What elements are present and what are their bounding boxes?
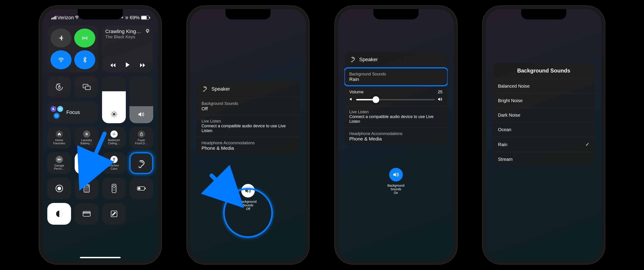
- connectivity-tile[interactable]: [47, 25, 98, 73]
- svg-rect-41: [83, 211, 90, 216]
- play-button[interactable]: [125, 62, 130, 69]
- sound-option-bright[interactable]: Bright Noise: [492, 93, 595, 108]
- svg-point-10: [113, 113, 116, 116]
- live-listen-row[interactable]: Live Listen Connect a compatible audio d…: [344, 106, 448, 128]
- live-listen-row[interactable]: Live Listen Connect a compatible audio d…: [196, 115, 300, 137]
- home-indicator[interactable]: [80, 257, 120, 258]
- notch: [226, 9, 271, 20]
- next-track-button[interactable]: [140, 62, 146, 69]
- low-power-mode-button[interactable]: [130, 178, 153, 199]
- svg-rect-14: [140, 134, 142, 136]
- svg-point-34: [114, 189, 115, 190]
- brightness-slider[interactable]: [102, 76, 126, 123]
- focus-button[interactable]: Focus: [47, 102, 98, 123]
- home-garage-tile[interactable]: GaragePerch…: [47, 152, 71, 174]
- screen: Speaker Background Sounds Off Live Liste…: [190, 9, 306, 261]
- svg-rect-7: [58, 87, 60, 88]
- ear-icon: [350, 56, 356, 63]
- screen: Background Sounds Balanced Noise Bright …: [486, 9, 602, 261]
- svg-point-28: [85, 191, 86, 191]
- bluetooth-button[interactable]: [74, 50, 95, 69]
- notch: [373, 9, 418, 20]
- svg-point-0: [76, 18, 77, 19]
- panel-header: Speaker: [344, 51, 448, 68]
- volume-icon: [138, 111, 145, 119]
- svg-rect-21: [85, 185, 88, 187]
- svg-point-25: [85, 189, 86, 190]
- prev-track-button[interactable]: [110, 62, 116, 69]
- sound-option-rain[interactable]: Rain✓: [492, 137, 595, 152]
- home-hallway-tile[interactable]: 74° Hallwayecobee: [75, 152, 98, 174]
- sound-option-stream[interactable]: Stream: [492, 152, 595, 166]
- volume-row: Volume 25: [344, 86, 448, 106]
- battery-icon: [141, 16, 149, 20]
- airplane-mode-button[interactable]: [50, 29, 72, 48]
- headphone-accommodations-row[interactable]: Headphone Accommodations Phone & Media: [196, 137, 300, 154]
- home-favorites-tile[interactable]: HomeFavorites: [47, 127, 71, 149]
- svg-point-36: [114, 190, 115, 191]
- home-icon: [56, 130, 63, 138]
- panel-header: Speaker: [196, 81, 300, 97]
- phone-hearing-on: Speaker Background Sounds Rain Volume 25: [335, 6, 457, 264]
- screen-record-button[interactable]: [47, 178, 71, 199]
- svg-point-27: [88, 189, 88, 190]
- phone-hearing-off: Speaker Background Sounds Off Live Liste…: [187, 6, 309, 264]
- bg-sound-label: Background Sounds Off: [240, 200, 256, 211]
- home-bedroom-tile[interactable]: BedroomCeiling…: [102, 127, 126, 149]
- hearing-button[interactable]: [130, 152, 153, 174]
- moon-icon: [50, 106, 56, 112]
- background-sounds-toggle[interactable]: [241, 184, 255, 197]
- notch: [78, 9, 123, 20]
- wifi-button[interactable]: [50, 50, 72, 69]
- wallet-button[interactable]: [75, 203, 98, 225]
- home-foyer-tile[interactable]: FoyerFront D…: [130, 127, 153, 149]
- background-sounds-toggle[interactable]: [389, 168, 403, 181]
- svg-rect-17: [114, 160, 114, 161]
- background-sounds-row[interactable]: Background Sounds Rain: [344, 68, 448, 86]
- bed-icon: [57, 106, 63, 112]
- apple-tv-remote-button[interactable]: [102, 178, 126, 199]
- svg-rect-15: [58, 159, 60, 160]
- volume-min-icon: [350, 97, 354, 102]
- brightness-icon: [111, 111, 118, 119]
- media-tile[interactable]: Crawling King… The Black Keys: [102, 25, 153, 73]
- headphone-accommodations-row[interactable]: Headphone Accommodations Phone & Media: [344, 128, 448, 145]
- sensor-icon: [83, 130, 90, 138]
- orientation-lock-button[interactable]: [47, 76, 71, 98]
- svg-point-3: [61, 61, 62, 62]
- svg-point-5: [147, 30, 148, 32]
- notch: [521, 9, 566, 20]
- cellular-data-button[interactable]: [74, 29, 95, 48]
- volume-label: Volume: [350, 90, 364, 94]
- sound-option-dark[interactable]: Dark Noise: [492, 108, 595, 122]
- svg-rect-39: [138, 187, 140, 190]
- svg-point-33: [113, 189, 113, 190]
- calculator-button[interactable]: [75, 178, 98, 199]
- home-kitchen-tile[interactable]: KitchenCans: [102, 152, 126, 174]
- hearing-panel: Speaker Background Sounds Off Live Liste…: [196, 81, 300, 154]
- speaker-label: Speaker: [211, 86, 230, 92]
- volume-slider[interactable]: [130, 76, 153, 123]
- home-laundry-tile[interactable]: LaundryBattery…: [75, 127, 98, 149]
- svg-point-32: [113, 185, 115, 188]
- ear-icon: [202, 85, 208, 93]
- sound-option-balanced[interactable]: Balanced Noise: [492, 79, 595, 93]
- dark-mode-button[interactable]: [47, 203, 71, 225]
- list-title: Background Sounds: [492, 63, 595, 79]
- phone-sound-list: Background Sounds Balanced Noise Bright …: [483, 6, 605, 264]
- airplay-icon[interactable]: [145, 29, 150, 35]
- checkmark-icon: ✓: [586, 142, 590, 147]
- screen: Verizon 69%: [42, 9, 158, 261]
- screen: Speaker Background Sounds Rain Volume 25: [338, 9, 454, 261]
- screen-mirroring-button[interactable]: [75, 76, 98, 98]
- lock-icon: [138, 130, 145, 138]
- svg-point-23: [86, 188, 87, 189]
- volume-slider[interactable]: [356, 99, 435, 100]
- media-artist: The Black Keys: [105, 35, 141, 40]
- volume-value: 25: [438, 90, 442, 94]
- notes-button[interactable]: [102, 203, 126, 225]
- background-sounds-row[interactable]: Background Sounds Off: [196, 97, 300, 115]
- sound-option-ocean[interactable]: Ocean: [492, 122, 595, 137]
- svg-point-30: [88, 191, 88, 191]
- volume-max-icon: [438, 97, 442, 102]
